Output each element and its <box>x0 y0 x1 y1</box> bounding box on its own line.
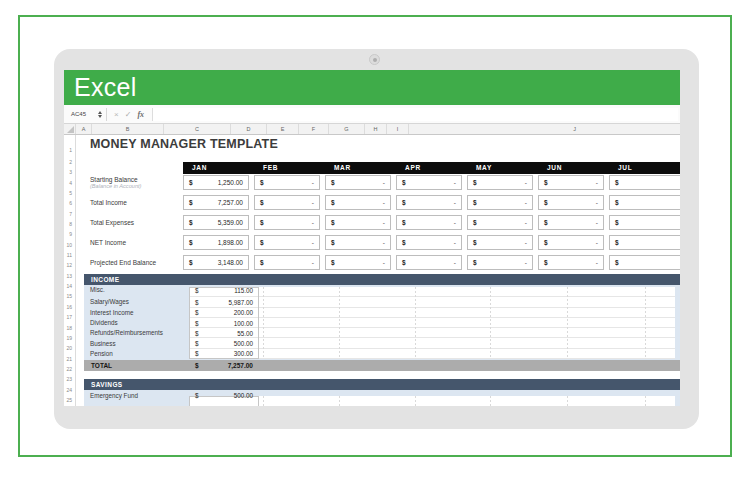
cell-feb[interactable]: $- <box>254 255 320 270</box>
excel-logo: Excel <box>74 72 137 103</box>
cell-jul[interactable]: $ <box>609 255 680 270</box>
summary-row: Starting Balance (Balance in Account) $1… <box>64 175 680 190</box>
income-row-value-cell[interactable]: $ 500.00 <box>189 339 259 349</box>
name-box-stepper[interactable] <box>98 108 107 121</box>
column-header[interactable]: B <box>92 124 164 134</box>
cell-mar[interactable]: $- <box>325 175 391 190</box>
cell-may[interactable]: $- <box>467 235 533 250</box>
column-header[interactable]: J <box>409 124 680 134</box>
cell-feb[interactable]: $- <box>254 195 320 210</box>
column-header[interactable]: H <box>365 124 387 134</box>
cell-jun[interactable]: $- <box>538 175 604 190</box>
income-row-value-cell[interactable]: $ 300.00 <box>189 349 259 359</box>
column-header-row: ABCDEFGHIJ <box>64 124 680 135</box>
cell-jun[interactable]: $- <box>538 235 604 250</box>
savings-row-label[interactable]: Emergency Fund <box>90 390 138 401</box>
column-header[interactable]: F <box>299 124 329 134</box>
cell-apr[interactable]: $- <box>396 255 462 270</box>
cell-apr[interactable]: $- <box>396 235 462 250</box>
summary-row: NET Income $1,898.00 $- $- $- $- $- <box>64 235 680 250</box>
name-box[interactable]: AC45 <box>68 108 98 121</box>
cell-feb[interactable]: $- <box>254 235 320 250</box>
cell-may[interactable]: $- <box>467 255 533 270</box>
income-row-label[interactable]: Refunds/Reimbursements <box>90 328 163 338</box>
column-header[interactable]: D <box>231 124 267 134</box>
income-row: Refunds/Reimbursements $ 55.00 <box>84 328 680 338</box>
savings-row-value-cell[interactable]: $ 500.00 <box>189 390 259 401</box>
income-row: Misc. $ 115.00 <box>84 285 680 295</box>
income-row-label[interactable]: Pension <box>90 349 113 359</box>
summary-row-cells: $1,250.00 $- $- $- $- $- $ <box>183 175 680 190</box>
income-row-value-cell[interactable]: $ 55.00 <box>189 328 259 338</box>
summary-row-label: NET Income <box>90 235 126 250</box>
summary-row-label: Projected End Balance <box>90 255 156 270</box>
cancel-icon[interactable]: × <box>114 108 119 121</box>
cell-jan[interactable]: $3,148.00 <box>183 255 249 270</box>
column-header[interactable]: I <box>387 124 409 134</box>
income-total-value-cell: $ 7,257.00 <box>189 360 259 371</box>
cell-mar[interactable]: $- <box>325 255 391 270</box>
income-row-label[interactable]: Misc. <box>90 285 105 295</box>
summary-row: Total Income $7,257.00 $- $- $- $- $- <box>64 195 680 210</box>
cell-may[interactable]: $- <box>467 175 533 190</box>
cell-jan[interactable]: $1,898.00 <box>183 235 249 250</box>
cell-apr[interactable]: $- <box>396 175 462 190</box>
summary-row-cells: $3,148.00 $- $- $- $- $- $ <box>183 255 680 270</box>
column-header[interactable]: C <box>164 124 231 134</box>
income-row-label[interactable]: Salary/Wages <box>90 297 129 307</box>
cell-mar[interactable]: $- <box>325 195 391 210</box>
cell-may[interactable]: $- <box>467 195 533 210</box>
cell-jul[interactable]: $ <box>609 215 680 230</box>
summary-row-cells: $7,257.00 $- $- $- $- $- $ <box>183 195 680 210</box>
cell-jul[interactable]: $ <box>609 195 680 210</box>
select-all-corner[interactable] <box>64 124 76 134</box>
income-total-row[interactable]: TOTAL $ 7,257.00 <box>84 360 680 371</box>
income-row: Business $ 500.00 <box>84 339 680 349</box>
column-header[interactable]: A <box>76 124 92 134</box>
excel-app-window: Excel AC45 × ✓ fx ABCDEFGHIJ <box>64 70 680 406</box>
cell-jun[interactable]: $- <box>538 255 604 270</box>
cell-jul[interactable]: $ <box>609 235 680 250</box>
page: Excel AC45 × ✓ fx ABCDEFGHIJ <box>0 0 746 479</box>
template-preview-frame: Excel AC45 × ✓ fx ABCDEFGHIJ <box>18 15 732 457</box>
column-header[interactable]: E <box>267 124 299 134</box>
income-row-label[interactable]: Business <box>90 339 116 349</box>
name-box-value: AC45 <box>71 111 86 117</box>
cell-mar[interactable]: $- <box>325 215 391 230</box>
insert-function-icon[interactable]: fx <box>137 108 144 121</box>
income-row-label[interactable]: Dividends <box>90 318 118 328</box>
cell-apr[interactable]: $- <box>396 195 462 210</box>
column-header[interactable]: G <box>329 124 365 134</box>
income-section-header[interactable]: INCOME <box>84 274 680 285</box>
cell-mar[interactable]: $- <box>325 235 391 250</box>
formula-input[interactable] <box>152 108 678 121</box>
cell-jul[interactable]: $ <box>609 175 680 190</box>
income-total-value: 7,257.00 <box>228 362 253 369</box>
cell-jan[interactable]: $7,257.00 <box>183 195 249 210</box>
stepper-up-icon[interactable] <box>98 111 102 114</box>
savings-row: Emergency Fund $ 500.00 <box>84 390 680 400</box>
income-row-value-cell[interactable]: $ 115.00 <box>189 285 259 295</box>
cell-apr[interactable]: $- <box>396 215 462 230</box>
income-row-value-cell[interactable]: $ 5,987.00 <box>189 297 259 307</box>
savings-section-header[interactable]: SAVINGS <box>84 379 680 390</box>
cell-jun[interactable]: $- <box>538 215 604 230</box>
cell-feb[interactable]: $- <box>254 215 320 230</box>
enter-icon[interactable]: ✓ <box>125 108 132 121</box>
income-row-label[interactable]: Interest Income <box>90 308 133 318</box>
cell-jun[interactable]: $- <box>538 195 604 210</box>
cell-jan[interactable]: $1,250.00 <box>183 175 249 190</box>
summary-row-label: Total Income <box>90 195 127 210</box>
income-row-value-cell[interactable]: $ 200.00 <box>189 308 259 318</box>
cell-jan[interactable]: $5,359.00 <box>183 215 249 230</box>
income-row: Interest Income $ 200.00 <box>84 308 680 318</box>
summary-row-label: Starting Balance (Balance in Account) <box>90 175 141 190</box>
income-row-value-cell[interactable]: $ 100.00 <box>189 318 259 328</box>
income-row: Dividends $ 100.00 <box>84 318 680 328</box>
cell-feb[interactable]: $- <box>254 175 320 190</box>
tablet-device-frame: Excel AC45 × ✓ fx ABCDEFGHIJ <box>54 49 699 429</box>
savings-section: Emergency Fund $ 500.00 <box>84 390 680 406</box>
cell-may[interactable]: $- <box>467 215 533 230</box>
stepper-down-icon[interactable] <box>98 115 102 118</box>
summary-row-cells: $1,898.00 $- $- $- $- $- $ <box>183 235 680 250</box>
